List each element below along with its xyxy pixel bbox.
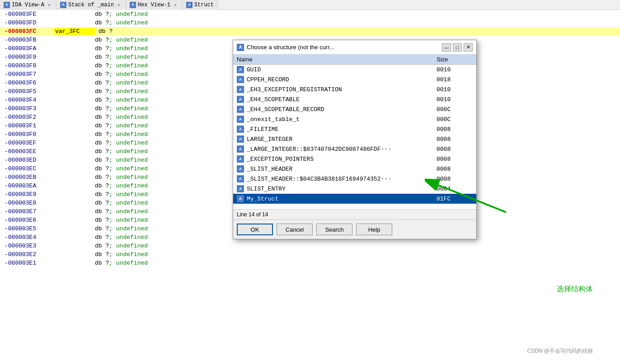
disasm-address: -000003E9 — [5, 191, 54, 198]
dialog-close-button[interactable]: ✕ — [464, 43, 473, 51]
disasm-instruction: db ? — [95, 174, 109, 181]
row-struct-name: My_Struct — [247, 196, 437, 202]
row-struct-icon: A — [237, 185, 244, 192]
disasm-address: -000003E8 — [5, 200, 54, 206]
disasm-comment: ; undefined — [109, 19, 148, 26]
table-row[interactable]: A_SLIST_HEADER0008 — [233, 164, 476, 174]
row-struct-name: GUID — [247, 66, 437, 73]
table-row[interactable]: A_EH4_SCOPETABLE_RECORD000C — [233, 104, 476, 114]
disasm-line[interactable]: -000003FCvar_3FCdb ? — [0, 27, 620, 36]
row-struct-size: 0004 — [437, 186, 473, 192]
table-row[interactable]: AGUID0010 — [233, 65, 476, 75]
search-button[interactable]: Search — [316, 224, 352, 235]
structure-list[interactable]: AGUID0010ACPPEH_RECORD0018A_EH3_EXCEPTIO… — [233, 65, 476, 209]
row-struct-size: 0008 — [437, 176, 473, 182]
tab-close-hex-view[interactable]: ✕ — [172, 2, 178, 8]
tab-label-struct: Struct — [194, 2, 214, 8]
disasm-line[interactable]: -000003FEdb ? ; undefined — [0, 10, 620, 19]
tab-icon-ida-view-a: A — [4, 2, 10, 8]
tab-ida-view-a[interactable]: A IDA View-A ✕ — [0, 0, 56, 10]
dialog-status: Line 14 of 14 — [233, 209, 476, 220]
disasm-line[interactable]: -000003E2db ? ; undefined — [0, 250, 620, 259]
table-row[interactable]: A_EH4_SCOPETABLE0010 — [233, 94, 476, 104]
table-row[interactable]: A_LARGE_INTEGER::$837407842DC9087486FDF·… — [233, 144, 476, 154]
tab-label-ida-view-a: IDA View-A — [12, 2, 44, 8]
disasm-instruction: db ? — [95, 208, 109, 215]
disasm-address: -000003F2 — [5, 114, 54, 121]
disasm-comment: ; undefined — [109, 208, 148, 215]
disasm-label: var_3FC — [54, 28, 95, 35]
disasm-comment: ; undefined — [109, 54, 148, 61]
table-row[interactable]: A_EH3_EXCEPTION_REGISTRATION0010 — [233, 84, 476, 94]
dialog-title-text: Choose a structure (not the curr... — [247, 44, 334, 51]
tab-hex-view[interactable]: A Hex View-1 ✕ — [126, 0, 183, 10]
tab-struct[interactable]: A Struct — [183, 0, 218, 10]
disasm-line[interactable]: -000003E1db ? ; undefined — [0, 259, 620, 267]
dialog-maximize-button[interactable]: □ — [453, 43, 462, 51]
disasm-address: -000003E3 — [5, 243, 54, 249]
disasm-instruction: db ? — [95, 114, 109, 121]
disasm-instruction: db ? — [95, 251, 109, 258]
table-row[interactable]: A_onexit_table_t000C — [233, 114, 476, 124]
tab-stack-main[interactable]: A Stack of _main ✕ — [56, 0, 126, 10]
disasm-line[interactable]: -000003E3db ? ; undefined — [0, 242, 620, 250]
disasm-instruction: db ? — [95, 243, 109, 249]
table-row[interactable]: A_FILETIME0008 — [233, 124, 476, 134]
table-row[interactable]: AMy_Struct01FC — [233, 194, 476, 204]
disasm-comment: ; undefined — [109, 45, 148, 52]
disasm-line[interactable]: -000003FDdb ? ; undefined — [0, 19, 620, 27]
tab-close-stack-main[interactable]: ✕ — [116, 2, 122, 8]
disasm-comment: ; undefined — [109, 79, 148, 86]
disasm-comment: ; undefined — [109, 97, 148, 103]
disasm-instruction: db ? — [95, 140, 109, 146]
tab-icon-struct: A — [186, 2, 193, 8]
row-struct-size: 0008 — [437, 166, 473, 173]
disasm-address: -000003E2 — [5, 251, 54, 258]
row-struct-icon: A — [237, 165, 244, 173]
table-header: Name Size — [233, 55, 476, 65]
table-row[interactable]: A_SLIST_HEADER::$04C3B4B3818F1694974352·… — [233, 174, 476, 184]
disasm-address: -000003F4 — [5, 97, 54, 103]
disasm-comment: ; undefined — [109, 122, 148, 129]
disasm-address: -000003F0 — [5, 131, 54, 138]
disasm-comment: ; undefined — [109, 11, 148, 18]
disasm-comment: ; undefined — [109, 182, 148, 189]
tab-bar: A IDA View-A ✕ A Stack of _main ✕ A Hex … — [0, 0, 620, 10]
ok-button[interactable]: OK — [237, 224, 273, 235]
disasm-address: -000003ED — [5, 157, 54, 163]
disasm-comment: ; undefined — [109, 234, 148, 241]
table-row[interactable]: ACPPEH_RECORD0018 — [233, 75, 476, 84]
disasm-comment: ; undefined — [109, 251, 148, 258]
dialog-title-left: A Choose a structure (not the curr... — [237, 44, 334, 51]
disasm-address: -000003F1 — [5, 122, 54, 129]
disasm-comment: ; undefined — [109, 88, 148, 95]
row-struct-name: _LARGE_INTEGER::$837407842DC9087486FDF··… — [247, 146, 437, 153]
table-row[interactable]: A_EXCEPTION_POINTERS0008 — [233, 154, 476, 164]
row-struct-size: 0010 — [437, 66, 473, 73]
disasm-comment: ; undefined — [109, 243, 148, 249]
disasm-address: -000003E7 — [5, 208, 54, 215]
disasm-instruction: db ? — [95, 71, 109, 78]
tab-close-ida-view-a[interactable]: ✕ — [46, 2, 52, 8]
row-struct-name: _FILETIME — [247, 126, 437, 133]
disasm-address: -000003EE — [5, 148, 54, 155]
disasm-address: -000003F7 — [5, 71, 54, 78]
disasm-address: -000003FA — [5, 45, 54, 52]
disasm-address: -000003FD — [5, 19, 54, 26]
column-header-name: Name — [237, 56, 437, 63]
help-button[interactable]: Help — [356, 224, 392, 235]
row-struct-icon: A — [237, 116, 244, 123]
disasm-instruction: db ? — [95, 88, 109, 95]
disasm-address: -000003F3 — [5, 105, 54, 112]
tab-label-stack-main: Stack of _main — [68, 2, 114, 8]
table-row[interactable]: ALARGE_INTEGER0008 — [233, 134, 476, 144]
dialog-minimize-button[interactable]: — — [442, 43, 451, 51]
row-struct-size: 0008 — [437, 156, 473, 163]
table-row[interactable]: ASLIST_ENTRY0004 — [233, 184, 476, 194]
disasm-instruction: db ? — [95, 54, 109, 61]
disasm-instruction: db ? — [95, 105, 109, 112]
disasm-instruction: db ? — [95, 37, 109, 43]
row-struct-icon: A — [237, 135, 244, 143]
cancel-button[interactable]: Cancel — [277, 224, 313, 235]
disasm-instruction: db ? — [95, 217, 109, 224]
